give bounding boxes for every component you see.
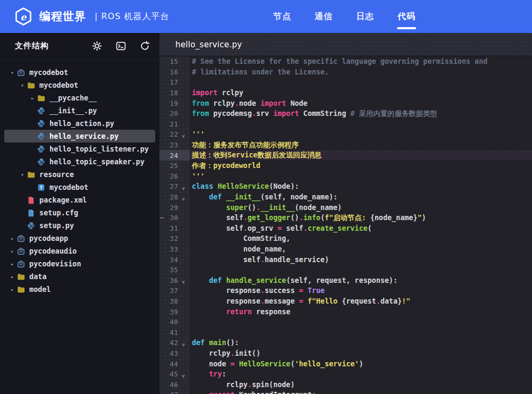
tree-item[interactable]: hello_service.py (4, 130, 155, 142)
tree-item[interactable]: __init__.py (4, 104, 155, 117)
tree-item[interactable]: ▾resource (4, 168, 155, 181)
tree-item[interactable]: ?mycodebot (4, 181, 155, 194)
code-line[interactable]: 42vdef main(): (159, 338, 532, 348)
nav-item-3[interactable]: 代码 (396, 9, 417, 24)
caret-down-icon[interactable]: ▾ (18, 172, 27, 178)
code-line[interactable]: 28v def __init__(self, node_name): (159, 192, 532, 203)
code-line[interactable]: 22v''' (159, 129, 532, 140)
gutter[interactable]: 46 (159, 379, 190, 390)
code-line[interactable]: 37 response.success = True (159, 286, 532, 296)
fold-chevron-icon[interactable]: v (178, 339, 189, 347)
code-line[interactable]: 26''' (159, 171, 532, 182)
code-line[interactable]: 45v try: (159, 369, 532, 380)
gutter[interactable]: 28v (159, 192, 190, 203)
code-line[interactable]: 16# limitations under the License. (159, 67, 532, 78)
gutter[interactable]: 43 (159, 348, 190, 359)
tree-item[interactable]: ▸pycodeapp (4, 232, 155, 245)
gutter[interactable]: –30 (159, 213, 190, 223)
code-line[interactable]: 31 self.op_srv = self.create_service( (159, 223, 532, 234)
tree-item[interactable]: hello_topic_listener.py (4, 142, 155, 155)
code-line[interactable]: 41 (159, 327, 532, 338)
code-line[interactable]: 25作者：pycodeworld (159, 161, 532, 171)
caret-right-icon[interactable]: ▸ (7, 287, 17, 292)
gutter[interactable]: 20 (159, 108, 190, 119)
tree-item[interactable]: ▸data (4, 270, 155, 283)
caret-down-icon[interactable]: ▾ (18, 82, 27, 88)
gutter[interactable]: 42v (159, 338, 190, 348)
gutter[interactable]: 23 (159, 140, 190, 150)
gutter[interactable]: 39 (159, 306, 190, 317)
code-line[interactable]: 36v def handle_service(self, request, re… (159, 275, 532, 286)
gutter[interactable]: 24 (159, 150, 190, 161)
caret-right-icon[interactable]: ▸ (28, 95, 37, 101)
code-line[interactable]: 15# See the License for the specific lan… (159, 56, 532, 67)
code-line[interactable]: 33 node_name, (159, 244, 532, 255)
gutter[interactable]: 35 (159, 265, 190, 275)
code-line[interactable]: 23功能：服务发布节点功能示例程序 (159, 140, 532, 150)
nav-item-0[interactable]: 节点 (272, 9, 292, 24)
nav-item-2[interactable]: 日志 (355, 9, 375, 24)
gutter[interactable]: 40 (159, 317, 190, 328)
caret-right-icon[interactable]: ▸ (7, 236, 17, 241)
gutter[interactable]: 17 (159, 77, 190, 88)
gutter[interactable]: 45v (159, 369, 190, 380)
gutter[interactable]: 37 (159, 286, 190, 296)
code-line[interactable]: 35 (159, 265, 532, 275)
refresh-icon[interactable] (139, 41, 150, 52)
tree-item[interactable]: hello_topic_speaker.py (4, 155, 155, 168)
fold-chevron-icon[interactable]: v (178, 276, 189, 284)
gutter[interactable]: 25 (159, 161, 190, 171)
gutter[interactable]: 21 (159, 119, 190, 130)
fold-chevron-icon[interactable]: v (178, 130, 189, 139)
tree-item[interactable]: ▾mycodebot (4, 66, 155, 79)
gutter[interactable]: 44 (159, 358, 190, 369)
gutter[interactable]: 15 (159, 56, 190, 67)
gutter[interactable]: 27v (159, 181, 190, 192)
gutter[interactable]: 33 (159, 244, 190, 255)
code-line[interactable]: 44 node = HelloService('hello_service') (159, 358, 532, 369)
code-editor[interactable]: 15# See the License for the specific lan… (159, 56, 532, 394)
code-line[interactable]: 39 return response (159, 306, 532, 317)
open-file-tab[interactable]: hello_service.py (175, 40, 242, 49)
tree-item[interactable]: ▸model (4, 283, 155, 296)
code-line[interactable]: 17 (159, 77, 532, 88)
code-line[interactable]: 46 rclpy.spin(node) (159, 379, 532, 390)
code-line[interactable]: 40 (159, 317, 532, 328)
code-line[interactable]: 18import rclpy (159, 88, 532, 98)
code-line[interactable]: 21 (159, 119, 532, 130)
gutter[interactable]: 31 (159, 223, 190, 234)
code-line[interactable]: 19from rclpy.node import Node (159, 98, 532, 108)
code-line[interactable]: 34 self.handle_service) (159, 254, 532, 265)
gutter[interactable]: 16 (159, 67, 190, 78)
code-line[interactable]: 29 super().__init__(node_name) (159, 202, 532, 213)
tree-item[interactable]: ▸__pycache__ (4, 91, 155, 104)
gutter[interactable]: 26 (159, 171, 190, 182)
code-line[interactable]: 32 CommString, (159, 233, 532, 244)
tree-item[interactable]: setup.cfg (4, 206, 155, 219)
gutter[interactable]: 36v (159, 275, 190, 286)
nav-item-1[interactable]: 通信 (314, 9, 334, 24)
gutter[interactable]: 34 (159, 254, 190, 265)
tree-item[interactable]: setup.py (4, 219, 155, 232)
code-line[interactable]: 27vclass HelloService(Node): (159, 181, 532, 192)
gutter[interactable]: 32 (159, 233, 190, 244)
code-line[interactable]: 43 rclpy.init() (159, 348, 532, 359)
tree-item[interactable]: ▾mycodebot (4, 79, 155, 91)
code-line[interactable]: 20from pycodemsg.srv import CommString #… (159, 108, 532, 119)
caret-right-icon[interactable]: ▸ (7, 248, 17, 254)
code-line[interactable]: 38 response.message = f"Hello {request.d… (159, 296, 532, 307)
caret-down-icon[interactable]: ▾ (7, 70, 17, 76)
fold-chevron-icon[interactable]: v (178, 193, 189, 202)
tree-item[interactable]: package.xml (4, 194, 155, 206)
code-line[interactable]: 47 except KeyboardInterrupt: (159, 390, 532, 394)
gutter[interactable]: 47 (159, 390, 190, 394)
code-line-active[interactable]: 24描述：收到Service数据后发送回应消息 (159, 150, 532, 161)
terminal-icon[interactable] (115, 41, 126, 52)
gutter[interactable]: 29 (159, 202, 190, 213)
tree-item[interactable]: ▸pycodevision (4, 257, 155, 270)
settings-icon[interactable] (91, 41, 102, 52)
fold-chevron-icon[interactable]: v (178, 182, 189, 191)
gutter[interactable]: 19 (159, 98, 190, 108)
tree-item[interactable]: hello_action.py (4, 117, 155, 130)
fold-chevron-icon[interactable]: v (178, 370, 189, 379)
